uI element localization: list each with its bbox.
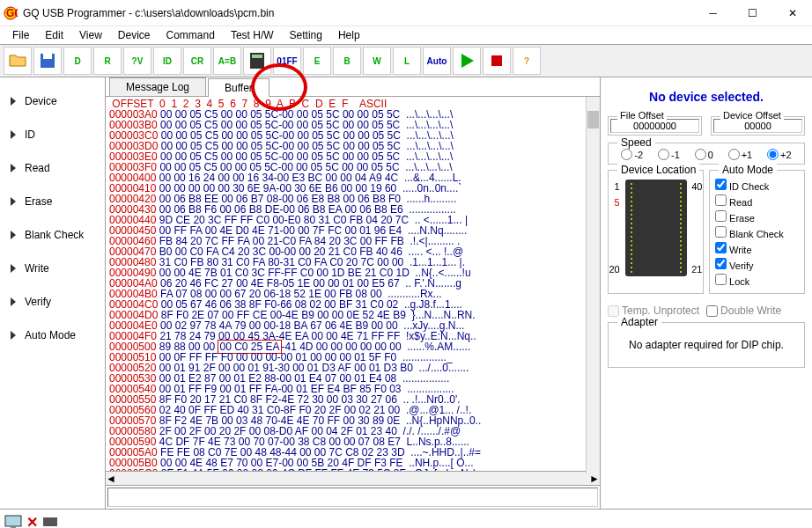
- maximize-button[interactable]: ☐: [733, 0, 772, 26]
- center-panel: Message Log Buffer OFFSET 0 1 2 3 4 5 6 …: [106, 77, 601, 509]
- toolbar-open[interactable]: [4, 47, 32, 75]
- toolbar-cr[interactable]: CR: [183, 47, 211, 75]
- horizontal-scrollbar[interactable]: ◄►: [106, 471, 600, 485]
- disconnect-icon: ✕: [26, 514, 38, 528]
- tab-message-log[interactable]: Message Log: [109, 77, 206, 96]
- auto-verify[interactable]: Verify: [715, 258, 799, 271]
- close-button[interactable]: ✕: [772, 0, 812, 26]
- left-blank-check[interactable]: Blank Check: [4, 218, 101, 252]
- arrow-icon: [11, 331, 16, 340]
- speed-+1[interactable]: +1: [728, 149, 753, 160]
- chip-diagram: 1 5 40 20 21: [625, 180, 687, 276]
- toolbar-b[interactable]: B: [333, 47, 361, 75]
- arrow-icon: [11, 130, 16, 139]
- speed-+2[interactable]: +2: [767, 149, 792, 160]
- menu-edit[interactable]: Edit: [38, 27, 70, 43]
- menu-file[interactable]: File: [5, 27, 36, 43]
- auto-erase[interactable]: Erase: [715, 210, 799, 224]
- arrow-icon: [11, 264, 16, 273]
- auto-read[interactable]: Read: [715, 194, 799, 208]
- left-verify[interactable]: Verify: [4, 285, 101, 319]
- svg-rect-9: [43, 517, 57, 526]
- monitor-icon: [4, 514, 25, 529]
- left-auto-mode[interactable]: Auto Mode: [4, 319, 101, 352]
- device-offset-box: Device Offset: [711, 116, 805, 136]
- toolbar-w[interactable]: W: [363, 47, 391, 75]
- menu-setting[interactable]: Setting: [283, 27, 329, 43]
- toolbar-v[interactable]: ?V: [123, 47, 151, 75]
- toolbar-auto[interactable]: Auto: [423, 47, 451, 75]
- arrow-icon: [11, 97, 16, 106]
- vertical-scrollbar[interactable]: [586, 97, 600, 473]
- svg-text:GQ: GQ: [6, 7, 18, 19]
- file-offset-box: File Offset: [608, 116, 702, 136]
- toolbar-calc[interactable]: [243, 47, 271, 75]
- svg-rect-7: [5, 516, 21, 526]
- chip-icon: [40, 514, 61, 529]
- toolbar-d[interactable]: D: [63, 47, 92, 75]
- toolbar: DR?VIDCRA=B01FFEBWLAuto?: [0, 44, 812, 77]
- titlebar: GQ GQ USB Programmer - c:\users\a\downlo…: [0, 0, 812, 26]
- temp-unprotect-checkbox[interactable]: Temp. Unprotect: [608, 304, 699, 317]
- speed-fieldset: Speed -2-10+1+2: [608, 143, 805, 165]
- command-input[interactable]: [107, 488, 598, 507]
- toolbar-save[interactable]: [33, 47, 62, 75]
- toolbar-01ff[interactable]: 01FF: [273, 47, 301, 75]
- svg-rect-3: [43, 54, 52, 59]
- menubar: FileEditViewDeviceCommandTest H/WSetting…: [0, 26, 812, 44]
- menu-test-h-w[interactable]: Test H/W: [224, 27, 281, 43]
- menu-command[interactable]: Command: [159, 27, 222, 43]
- arrow-icon: [11, 197, 16, 206]
- svg-rect-6: [491, 55, 502, 66]
- arrow-icon: [11, 231, 16, 239]
- left-id[interactable]: ID: [4, 118, 101, 151]
- toolbar-e[interactable]: E: [303, 47, 331, 75]
- left-device[interactable]: Device: [4, 84, 101, 118]
- speed--2[interactable]: -2: [621, 149, 643, 160]
- double-write-checkbox[interactable]: Double Write: [706, 304, 781, 317]
- device-location-fieldset: Device Location 1 5 40 20 21: [608, 170, 704, 294]
- left-panel: DeviceIDReadEraseBlank CheckWriteVerifyA…: [0, 77, 106, 509]
- hex-view[interactable]: OFFSET 0 1 2 3 4 5 6 7 8 9 A B C D E F A…: [106, 97, 600, 471]
- command-row: [106, 485, 600, 509]
- auto-mode-fieldset: Auto Mode ID Check Read Erase Blank Chec…: [709, 170, 805, 294]
- left-read[interactable]: Read: [4, 151, 101, 185]
- auto-blank-check[interactable]: Blank Check: [715, 226, 799, 239]
- adapter-fieldset: Adapter No adapter required for DIP chip…: [608, 322, 805, 368]
- menu-help[interactable]: Help: [331, 27, 367, 43]
- speed--1[interactable]: -1: [658, 149, 680, 160]
- auto-lock[interactable]: Lock: [715, 274, 799, 287]
- svg-rect-5: [252, 55, 262, 58]
- toolbar-l[interactable]: L: [393, 47, 421, 75]
- tab-row: Message Log Buffer: [106, 77, 600, 97]
- toolbar-id[interactable]: ID: [153, 47, 181, 75]
- toolbar-r[interactable]: R: [93, 47, 122, 75]
- no-device-label: No device selected.: [608, 90, 805, 104]
- left-write[interactable]: Write: [4, 252, 101, 285]
- menu-view[interactable]: View: [72, 27, 109, 43]
- arrow-icon: [11, 297, 16, 306]
- left-erase[interactable]: Erase: [4, 185, 101, 218]
- minimize-button[interactable]: ─: [693, 0, 733, 26]
- file-offset-input[interactable]: [610, 119, 699, 133]
- app-icon: GQ: [4, 6, 18, 20]
- window-title: GQ USB Programmer - c:\users\a\downloads…: [23, 7, 693, 19]
- device-offset-input[interactable]: [713, 119, 802, 133]
- auto-id-check[interactable]: ID Check: [715, 179, 799, 192]
- toolbar-ab[interactable]: A=B: [213, 47, 241, 75]
- arrow-icon: [11, 164, 16, 172]
- tab-buffer[interactable]: Buffer: [208, 78, 269, 97]
- toolbar-stop[interactable]: [483, 47, 511, 75]
- menu-device[interactable]: Device: [111, 27, 158, 43]
- toolbar-play[interactable]: [453, 47, 481, 75]
- speed-0[interactable]: 0: [695, 149, 713, 160]
- right-panel: No device selected. File Offset Device O…: [601, 77, 812, 509]
- toolbar-help[interactable]: ?: [513, 47, 541, 75]
- auto-write[interactable]: Write: [715, 242, 799, 255]
- bottom-icons: ✕: [0, 509, 812, 528]
